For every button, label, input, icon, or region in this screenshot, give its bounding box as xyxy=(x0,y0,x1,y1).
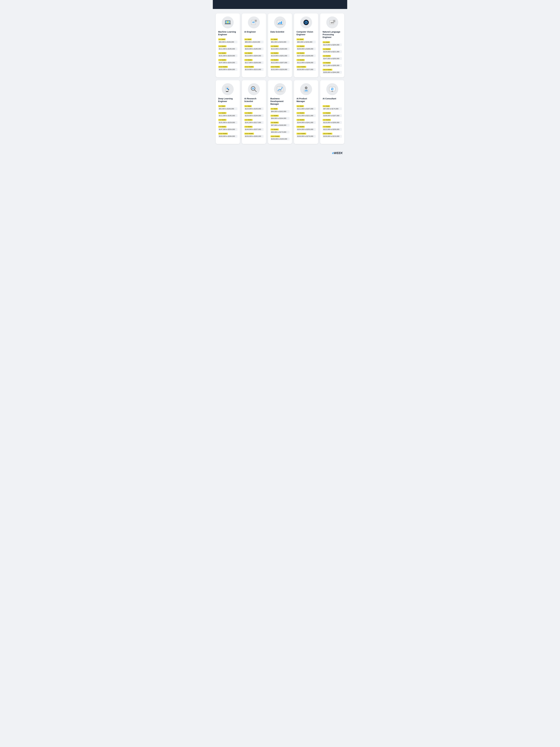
data-scientist-salary-2: 4-6 YEARS$119,000 to $201,000 xyxy=(270,51,290,57)
ai-product-manager-salary-3: 7-9 YEARS$154,000 to $255,000 xyxy=(296,125,316,131)
card-computer-vision-engineer: Computer Vision Engineer0-1 YEAR$84,000 … xyxy=(294,14,318,77)
ai-research-scientist-title: AI Research Scientist xyxy=(244,97,264,103)
svg-point-25 xyxy=(306,22,307,22)
ai-research-scientist-salary-1: 1-3 YEARS$129,000 to $194,000 xyxy=(244,111,264,117)
deep-learning-engineer-salary-0: 0-1 YEAR$92,000 to $166,000 xyxy=(218,104,237,110)
computer-vision-engineer-icon xyxy=(300,17,312,28)
ai-consultant-years-3: 7-9 YEARS xyxy=(323,126,331,128)
svg-rect-18 xyxy=(278,23,279,24)
svg-line-35 xyxy=(333,20,334,20)
machine-learning-engineer-years-0: 0-1 YEAR xyxy=(218,38,225,40)
ai-engineer-years-4: 10-14 YEARS xyxy=(244,66,254,68)
ai-product-manager-salary-0: 0-1 YEAR$111,000 to $197,000 xyxy=(296,104,316,110)
deep-learning-engineer-range-4: $163,000 to $284,000 xyxy=(218,135,237,137)
ai-consultant-years-4: 10-14 YEARS xyxy=(323,133,332,135)
svg-text:AI: AI xyxy=(252,21,255,24)
business-development-manager-salary-0: 0-1 YEAR$94,000 to $162,000 xyxy=(270,107,290,113)
svg-rect-19 xyxy=(279,22,281,24)
business-development-manager-years-0: 0-1 YEAR xyxy=(270,108,278,110)
card-ai-engineer: AI AI Engineer0-1 YEAR$89,000 to $164,00… xyxy=(242,14,266,77)
computer-vision-engineer-salary-1: 1-3 YEARS$100,000 to $186,000 xyxy=(296,45,316,50)
data-scientist-years-4: 10-14 YEARS xyxy=(270,66,280,68)
business-development-manager-title: Business Development Manager xyxy=(270,97,290,105)
machine-learning-engineer-salary-2: 4-6 YEARS$131,000 to $229,000 xyxy=(218,51,237,57)
business-development-manager-range-4: $109,000 to $193,000 xyxy=(270,137,290,140)
deep-learning-engineer-salary-1: 1-3 YEARS$111,000 to $195,000 xyxy=(218,111,237,117)
nlp-engineer-range-4: $195,000 to $344,000 xyxy=(323,71,342,74)
ai-engineer-years-1: 1-3 YEARS xyxy=(244,45,253,47)
data-scientist-salary-3: 7-9 YEARS$122,000 to $207,000 xyxy=(270,58,290,64)
machine-learning-engineer-years-1: 1-3 YEARS xyxy=(218,45,226,47)
ai-product-manager-years-3: 7-9 YEARS xyxy=(296,126,305,128)
ai-product-manager-years-1: 1-3 YEARS xyxy=(296,112,305,114)
deep-learning-engineer-range-1: $111,000 to $195,000 xyxy=(218,114,237,117)
ai-engineer-years-2: 4-6 YEARS xyxy=(244,52,253,54)
deep-learning-engineer-salary-4: 10-14 YEARS$163,000 to $284,000 xyxy=(218,132,237,137)
ai-product-manager-salary-2: 4-6 YEARS$144,000 to $241,000 xyxy=(296,118,316,124)
machine-learning-engineer-salary-1: 1-3 YEARS$111,000 to $195,000 xyxy=(218,45,237,50)
svg-point-8 xyxy=(256,20,256,21)
ai-engineer-salary-3: 7-9 YEARS$117,000 to $209,000 xyxy=(244,58,264,64)
ai-product-manager-range-4: $169,000 to $276,000 xyxy=(296,135,316,137)
machine-learning-engineer-range-3: $147,000 to $254,000 xyxy=(218,61,237,64)
row-1: Machine Learning Engineer0-1 YEAR$92,000… xyxy=(216,14,344,77)
business-development-manager-years-4: 10-14 YEARS xyxy=(270,135,280,137)
nlp-engineer-title: Natural Language Processing Engineer xyxy=(323,30,342,39)
ai-engineer-years-0: 0-1 YEAR xyxy=(244,38,252,40)
data-scientist-salary-4: 10-14 YEARS$132,000 to $229,000 xyxy=(270,65,290,71)
data-scientist-range-2: $119,000 to $201,000 xyxy=(270,54,290,57)
deep-learning-engineer-years-3: 7-9 YEARS xyxy=(218,126,226,128)
ai-engineer-salary-1: 1-3 YEARS$103,000 to $185,000 xyxy=(244,45,264,50)
nlp-engineer-years-3: 7-9 YEARS xyxy=(323,62,331,64)
computer-vision-engineer-range-0: $84,000 to $156,000 xyxy=(296,41,316,43)
computer-vision-engineer-title: Computer Vision Engineer xyxy=(296,30,316,36)
computer-vision-engineer-years-0: 0-1 YEAR xyxy=(296,38,304,40)
main-content: Machine Learning Engineer0-1 YEAR$92,000… xyxy=(213,9,347,150)
ai-consultant-range-2: $116,000 to $200,000 xyxy=(323,121,342,124)
computer-vision-engineer-salary-0: 0-1 YEAR$84,000 to $156,000 xyxy=(296,37,316,43)
card-ai-research-scientist: AI Research Scientist0-1 YEAR$124,000 to… xyxy=(242,80,266,144)
ai-consultant-salary-2: 4-6 YEARS$116,000 to $200,000 xyxy=(323,118,342,124)
ai-research-scientist-range-3: $149,000 to $237,000 xyxy=(244,128,264,131)
machine-learning-engineer-salary-0: 0-1 YEAR$92,000 to $166,000 xyxy=(218,37,237,43)
ai-research-scientist-salary-4: 10-14 YEARS$159,000 to $265,000 xyxy=(244,132,264,137)
data-scientist-icon xyxy=(274,17,286,28)
nlp-engineer-salary-2: 4-6 YEARS$147,000 to $250,000 xyxy=(323,54,342,60)
svg-point-48 xyxy=(252,88,253,88)
ai-product-manager-title: AI Product Manager xyxy=(296,97,316,103)
nlp-engineer-range-0: $114,000 to $204,000 xyxy=(323,44,342,46)
footer-brand-rest: WEEK xyxy=(334,151,343,155)
card-ai-consultant: AI Consultant0-1 YEAR$97,000 to $174,000… xyxy=(320,80,344,144)
computer-vision-engineer-range-1: $100,000 to $186,000 xyxy=(296,48,316,50)
business-development-manager-range-0: $94,000 to $162,000 xyxy=(270,110,290,113)
deep-learning-engineer-range-2: $131,000 to $229,000 xyxy=(218,121,237,124)
business-development-manager-salary-2: 4-6 YEARS$97,000 to $168,000 xyxy=(270,121,290,127)
data-scientist-title: Data Scientist xyxy=(270,30,290,36)
computer-vision-engineer-range-4: $128,000 to $237,000 xyxy=(296,68,316,71)
nlp-engineer-years-4: 10-14 YEARS xyxy=(323,69,332,71)
svg-rect-58 xyxy=(306,89,306,92)
ai-consultant-salary-4: 10-14 YEARS$130,000 to $219,000 xyxy=(323,132,342,137)
business-development-manager-range-2: $97,000 to $168,000 xyxy=(270,124,290,127)
svg-line-15 xyxy=(257,20,257,20)
svg-point-24 xyxy=(305,22,307,23)
business-development-manager-salary-1: 1-3 YEARS$94,000 to $164,000 xyxy=(270,114,290,120)
business-development-manager-years-3: 7-9 YEARS xyxy=(270,128,279,130)
data-scientist-years-3: 7-9 YEARS xyxy=(270,59,279,61)
footer-brand-e: e xyxy=(332,151,334,155)
svg-line-47 xyxy=(255,90,257,92)
ai-product-manager-range-0: $111,000 to $197,000 xyxy=(296,107,316,110)
ai-consultant-range-1: $108,000 to $187,000 xyxy=(323,114,342,117)
svg-rect-51 xyxy=(278,90,279,92)
machine-learning-engineer-salary-4: 10-14 YEARS$163,000 to $284,000 xyxy=(218,65,237,71)
ai-research-scientist-range-0: $124,000 to $193,000 xyxy=(244,107,264,110)
ai-engineer-range-2: $113,000 to $204,000 xyxy=(244,54,264,57)
business-development-manager-salary-3: 7-9 YEARS$99,000 to $173,000 xyxy=(270,128,290,133)
ai-research-scientist-years-4: 10-14 YEARS xyxy=(244,133,254,135)
ai-engineer-range-0: $89,000 to $164,000 xyxy=(244,41,264,43)
ai-engineer-salary-2: 4-6 YEARS$113,000 to $204,000 xyxy=(244,51,264,57)
computer-vision-engineer-years-2: 4-6 YEARS xyxy=(296,52,305,54)
svg-point-26 xyxy=(305,23,306,23)
ai-research-scientist-salary-0: 0-1 YEAR$124,000 to $193,000 xyxy=(244,104,264,110)
nlp-engineer-range-3: $171,000 to $295,000 xyxy=(323,64,342,67)
